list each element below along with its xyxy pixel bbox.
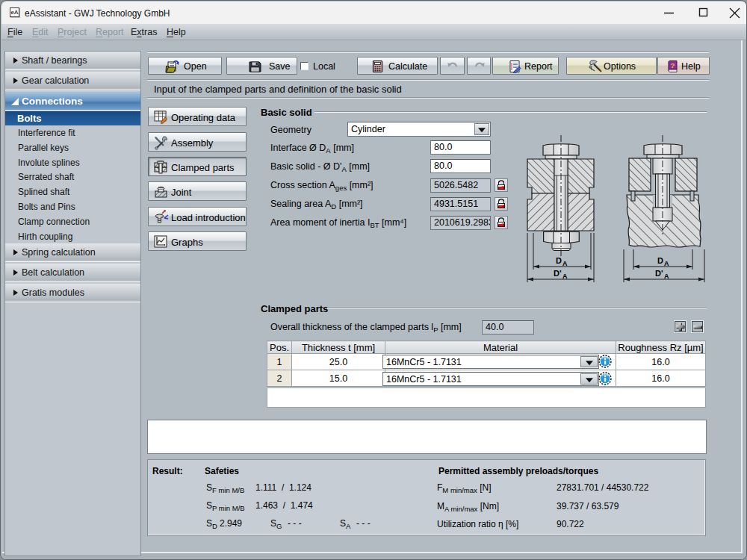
- svg-text:D: D: [556, 256, 562, 265]
- svg-text:D': D': [554, 269, 562, 278]
- svg-text:A: A: [562, 273, 568, 280]
- svg-text:D': D': [655, 269, 663, 278]
- svg-text:A: A: [562, 260, 568, 267]
- svg-text:A: A: [664, 273, 669, 280]
- svg-text:A: A: [664, 260, 669, 267]
- svg-text:?: ?: [671, 61, 675, 69]
- svg-text:D: D: [657, 256, 663, 265]
